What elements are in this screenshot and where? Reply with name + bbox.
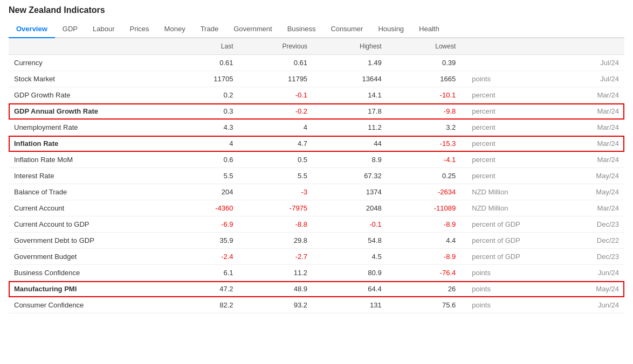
indicator-unit: points [461,281,565,297]
indicator-date: Dec/23 [565,249,624,265]
indicator-lowest: -76.4 [387,265,462,281]
indicator-last: 11705 [164,71,239,87]
indicator-unit: percent of GDP [461,249,565,265]
indicator-highest: 8.9 [313,152,387,168]
indicator-date: Mar/24 [565,87,624,103]
indicator-unit: percent of GDP [461,233,565,249]
indicator-name: Stock Market [9,71,164,87]
col-header-previous: Previous [239,38,313,55]
table-row[interactable]: Consumer Confidence82.293.213175.6points… [9,297,624,313]
indicator-lowest: -10.1 [387,87,462,103]
indicator-date: May/24 [565,281,624,297]
indicator-highest: 13644 [313,71,387,87]
tab-labour[interactable]: Labour [85,20,122,38]
indicator-date: Dec/23 [565,216,624,233]
indicator-last: 47.2 [164,281,239,297]
tab-overview[interactable]: Overview [9,20,55,38]
col-header-last: Last [164,38,239,55]
indicator-highest: 67.32 [313,168,387,184]
indicator-unit: points [461,265,565,281]
indicator-unit: percent [461,120,565,136]
indicator-last: -2.4 [164,249,239,265]
indicator-previous: 11795 [239,71,313,87]
indicator-lowest: 4.4 [387,233,462,249]
indicator-unit: percent [461,168,565,184]
indicator-date: Jun/24 [565,265,624,281]
indicator-unit: points [461,71,565,87]
col-header-date [565,38,624,55]
table-row[interactable]: Business Confidence6.111.280.9-76.4point… [9,265,624,281]
indicator-lowest: -11089 [387,200,462,216]
indicator-last: 0.6 [164,152,239,168]
indicator-lowest: -4.1 [387,152,462,168]
col-header-highest: Highest [313,38,387,55]
indicator-name: Unemployment Rate [9,120,164,136]
indicator-date: Dec/22 [565,233,624,249]
table-row[interactable]: Balance of Trade204-31374-2634NZD Millio… [9,184,624,200]
indicator-previous: 5.5 [239,168,313,184]
table-row[interactable]: GDP Growth Rate0.2-0.114.1-10.1percentMa… [9,87,624,103]
indicator-previous: 4.7 [239,136,313,152]
table-row[interactable]: Inflation Rate44.744-15.3percentMar/24 [9,136,624,152]
indicator-unit: points [461,297,565,313]
indicator-last: 0.2 [164,87,239,103]
indicator-highest: 64.4 [313,281,387,297]
indicator-date: Mar/24 [565,152,624,168]
table-row[interactable]: Current Account-4360-79752048-11089NZD M… [9,200,624,216]
indicator-last: 5.5 [164,168,239,184]
indicator-date: May/24 [565,168,624,184]
tab-health[interactable]: Health [411,20,447,38]
indicator-previous: 93.2 [239,297,313,313]
indicator-name: Inflation Rate [9,136,164,152]
indicator-highest: 2048 [313,200,387,216]
indicator-name: Inflation Rate MoM [9,152,164,168]
indicator-highest: 17.8 [313,103,387,120]
indicator-date: Mar/24 [565,120,624,136]
tab-government[interactable]: Government [226,20,280,38]
indicator-unit: percent [461,152,565,168]
indicator-lowest: -8.9 [387,216,462,233]
indicator-previous: -7975 [239,200,313,216]
indicator-unit: NZD Million [461,184,565,200]
table-row[interactable]: Inflation Rate MoM0.60.58.9-4.1percentMa… [9,152,624,168]
table-row[interactable]: GDP Annual Growth Rate0.3-0.217.8-9.8per… [9,103,624,120]
indicator-lowest: 26 [387,281,462,297]
table-row[interactable]: Unemployment Rate4.3411.23.2percentMar/2… [9,120,624,136]
tab-trade[interactable]: Trade [193,20,226,38]
indicator-unit: percent of GDP [461,216,565,233]
tab-gdp[interactable]: GDP [55,20,85,38]
table-row[interactable]: Government Debt to GDP35.929.854.84.4per… [9,233,624,249]
page-title: New Zealand Indicators [9,5,624,15]
indicator-last: 0.61 [164,55,239,71]
table-body: Currency0.610.611.490.39Jul/24Stock Mark… [9,55,624,313]
col-header-unit [461,38,565,55]
indicator-unit: percent [461,136,565,152]
table-row[interactable]: Current Account to GDP-6.9-8.8-0.1-8.9pe… [9,216,624,233]
indicator-previous: 11.2 [239,265,313,281]
indicator-name: Balance of Trade [9,184,164,200]
tab-consumer[interactable]: Consumer [323,20,370,38]
indicator-name: Current Account [9,200,164,216]
indicator-previous: -0.2 [239,103,313,120]
indicator-unit: NZD Million [461,200,565,216]
indicator-date: Mar/24 [565,103,624,120]
indicator-highest: 1.49 [313,55,387,71]
indicator-name: GDP Annual Growth Rate [9,103,164,120]
table-row[interactable]: Stock Market1170511795136441665pointsJul… [9,71,624,87]
indicator-previous: 29.8 [239,233,313,249]
col-header-lowest: Lowest [387,38,462,55]
indicator-last: 82.2 [164,297,239,313]
indicator-highest: -0.1 [313,216,387,233]
tab-business[interactable]: Business [280,20,324,38]
table-row[interactable]: Interest Rate5.55.567.320.25percentMay/2… [9,168,624,184]
tab-housing[interactable]: Housing [370,20,411,38]
tab-prices[interactable]: Prices [122,20,156,38]
table-row[interactable]: Manufacturing PMI47.248.964.426pointsMay… [9,281,624,297]
indicator-last: 0.3 [164,103,239,120]
table-row[interactable]: Currency0.610.611.490.39Jul/24 [9,55,624,71]
indicator-highest: 44 [313,136,387,152]
indicator-unit [461,55,565,71]
table-row[interactable]: Government Budget-2.4-2.74.5-8.9percent … [9,249,624,265]
tab-money[interactable]: Money [157,20,193,38]
indicator-date: Mar/24 [565,136,624,152]
